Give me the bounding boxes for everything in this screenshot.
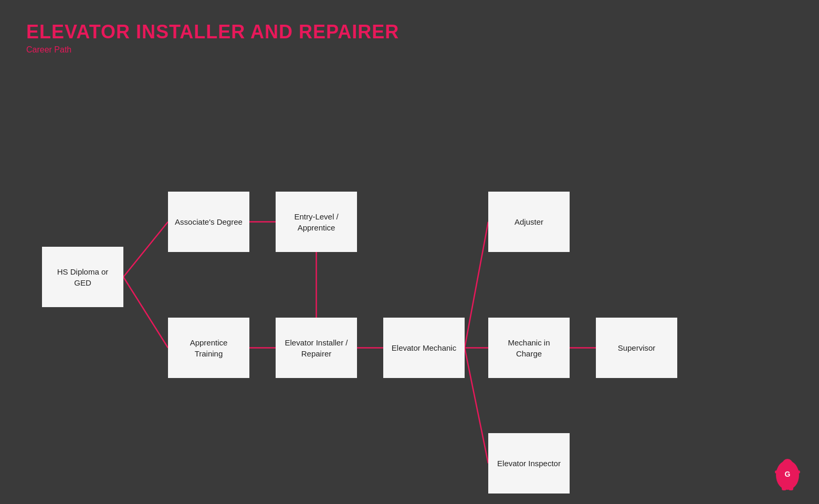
node-elevator-installer-repairer: Elevator Installer / Repairer — [276, 318, 357, 378]
svg-line-0 — [123, 222, 168, 277]
page-title: ELEVATOR INSTALLER AND REPAIRER — [26, 21, 399, 43]
svg-rect-16 — [789, 483, 793, 490]
header: ELEVATOR INSTALLER AND REPAIRER Career P… — [26, 21, 399, 55]
node-elevator-inspector: Elevator Inspector — [488, 433, 570, 494]
svg-line-6 — [465, 222, 488, 348]
svg-text:G: G — [785, 470, 791, 478]
mascot-icon: G — [772, 457, 803, 494]
svg-rect-15 — [782, 483, 786, 490]
node-hs-diploma: HS Diploma or GED — [42, 247, 123, 307]
node-apprentice-training: Apprentice Training — [168, 318, 249, 378]
node-supervisor: Supervisor — [596, 318, 677, 378]
node-adjuster: Adjuster — [488, 192, 570, 252]
node-mechanic-in-charge: Mechanic in Charge — [488, 318, 570, 378]
page-subtitle: Career Path — [26, 45, 399, 55]
career-diagram: HS Diploma or GEDAssociate's DegreeAppre… — [0, 79, 819, 488]
svg-point-11 — [782, 459, 793, 469]
node-elevator-mechanic: Elevator Mechanic — [383, 318, 465, 378]
svg-rect-13 — [775, 470, 781, 474]
svg-line-8 — [465, 348, 488, 464]
svg-rect-14 — [794, 470, 800, 474]
node-associates-degree: Associate's Degree — [168, 192, 249, 252]
node-entry-level-apprentice: Entry-Level / Apprentice — [276, 192, 357, 252]
svg-line-1 — [123, 277, 168, 348]
